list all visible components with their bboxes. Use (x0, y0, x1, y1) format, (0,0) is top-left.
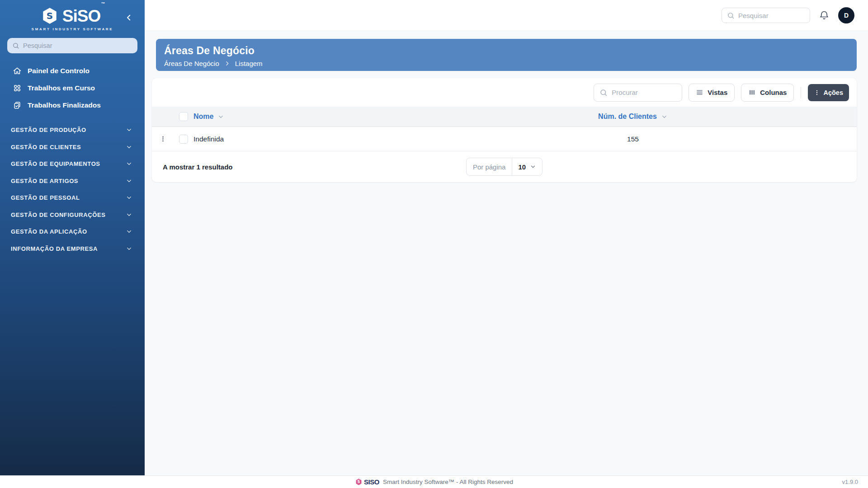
acoes-button[interactable]: Ações (808, 84, 849, 101)
per-page-label: Por página (467, 158, 513, 175)
sidebar-item-painel-de-controlo[interactable]: Painel de Controlo (0, 62, 145, 80)
column-header-nome[interactable]: Nome (193, 113, 409, 121)
column-label: Núm. de Clientes (598, 113, 657, 121)
per-page-value: 10 (518, 163, 526, 171)
sidebar-section-gestao-de-clientes[interactable]: GESTÃO DE CLIENTES (0, 139, 145, 156)
toolbar-divider (801, 87, 801, 99)
chevron-down-icon (530, 164, 536, 170)
acoes-label: Ações (823, 89, 843, 96)
sidebar-section-gestao-de-configuracoes[interactable]: GESTÃO DE CONFIGURAÇÕES (0, 206, 145, 224)
section-label: GESTÃO DE CONFIGURAÇÕES (11, 211, 106, 218)
chevron-down-icon (217, 113, 224, 120)
cell-num-clientes: 155 (627, 135, 639, 143)
kebab-icon (814, 89, 820, 96)
page-content: Áreas De Negócio Áreas De Negócio Listag… (145, 31, 868, 475)
search-icon (12, 42, 19, 49)
avatar-initial: D (844, 12, 849, 19)
pagination-bar: A mostrar 1 resultado Por página 10 (152, 151, 857, 182)
breadcrumb-root[interactable]: Áreas De Negócio (164, 60, 219, 67)
footer-version: v1.9.0 (842, 479, 858, 485)
topbar-search (722, 8, 810, 23)
main-area: D Áreas De Negócio Áreas De Negócio List… (145, 0, 868, 475)
table-search (594, 84, 682, 102)
chevron-down-icon (661, 113, 668, 120)
section-label: INFORMAÇÃO DA EMPRESA (11, 245, 98, 252)
colunas-label: Colunas (760, 89, 787, 96)
section-label: GESTÃO DE CLIENTES (11, 144, 81, 150)
per-page-select[interactable]: 10 (512, 158, 542, 175)
chevron-down-icon (126, 211, 132, 218)
sidebar-search-input[interactable] (23, 42, 132, 49)
section-label: GESTÃO DE PESSOAL (11, 194, 80, 201)
user-avatar[interactable]: D (838, 7, 854, 23)
footer-brand-text: SISO (364, 478, 379, 486)
svg-text:S: S (358, 480, 360, 484)
sidebar-item-trabalhos-finalizados[interactable]: Trabalhos Finalizados (0, 97, 145, 114)
section-label: GESTÃO DA APLICAÇÃO (11, 228, 87, 235)
chevron-down-icon (126, 194, 132, 201)
column-header-num-clientes[interactable]: Núm. de Clientes (598, 113, 668, 121)
colunas-button[interactable]: Colunas (741, 84, 794, 102)
sidebar-nav: Painel de Controlo Trabalhos em Curso Tr… (0, 62, 145, 114)
chevron-left-icon (125, 14, 133, 22)
search-icon (599, 89, 608, 97)
siso-logo-icon: S (40, 6, 59, 25)
sidebar-collapse-button[interactable] (123, 12, 135, 23)
table-row: Indefinida 155 (152, 127, 857, 151)
clipboard-check-icon (13, 101, 22, 110)
section-label: GESTÃO DE EQUIPAMENTOS (11, 160, 100, 167)
breadcrumb: Áreas De Negócio Listagem (164, 60, 857, 67)
sidebar-section-gestao-de-artigos[interactable]: GESTÃO DE ARTIGOS (0, 173, 145, 190)
column-label: Nome (193, 113, 213, 121)
sidebar-section-gestao-da-aplicacao[interactable]: GESTÃO DA APLICAÇÃO (0, 223, 145, 240)
topbar-search-input[interactable] (738, 12, 805, 19)
logo-wordmark: SiSO (62, 7, 100, 25)
chevron-right-icon (224, 61, 230, 66)
row-checkbox[interactable] (179, 135, 188, 144)
chevron-down-icon (126, 144, 132, 150)
table-search-input[interactable] (612, 89, 676, 96)
notifications-button[interactable] (819, 10, 830, 21)
select-all-checkbox[interactable] (179, 112, 188, 121)
sidebar-section-gestao-de-producao[interactable]: GESTÃO DE PRODUÇÃO (0, 122, 145, 139)
page-title: Áreas De Negócio (164, 45, 857, 57)
footer-brand: S SISO (355, 478, 379, 486)
sidebar-search (7, 38, 137, 53)
bell-icon (819, 10, 830, 21)
listing-card: Vistas Colunas Ações (152, 78, 857, 182)
list-lines-icon (696, 89, 703, 96)
page-header-banner: Áreas De Negócio Áreas De Negócio Listag… (156, 39, 857, 71)
row-actions-kebab-icon[interactable] (160, 136, 166, 142)
chevron-down-icon (126, 178, 132, 184)
section-label: GESTÃO DE PRODUÇÃO (11, 127, 86, 133)
sidebar-sections: GESTÃO DE PRODUÇÃO GESTÃO DE CLIENTES GE… (0, 122, 145, 257)
vistas-button[interactable]: Vistas (689, 84, 735, 102)
sidebar-section-gestao-de-pessoal[interactable]: GESTÃO DE PESSOAL (0, 189, 145, 206)
sidebar-item-label: Trabalhos Finalizados (28, 101, 101, 109)
app-window: S SiSO™ SMART INDUSTRY SOFTWARE Painel d… (0, 0, 868, 475)
logo-trademark: ™ (101, 1, 105, 6)
chevron-down-icon (126, 127, 132, 133)
section-label: GESTÃO DE ARTIGOS (11, 178, 78, 184)
table-header-row: Nome Núm. de Clientes (152, 107, 857, 127)
table-toolbar: Vistas Colunas Ações (152, 78, 857, 107)
columns-icon (748, 89, 756, 96)
logo-tagline: SMART INDUSTRY SOFTWARE (32, 27, 113, 31)
footer-copyright: Smart Industry Software™ - All Rights Re… (383, 479, 513, 485)
sidebar-section-informacao-da-empresa[interactable]: INFORMAÇÃO DA EMPRESA (0, 240, 145, 258)
grid-circles-icon (13, 84, 22, 93)
svg-text:S: S (47, 10, 53, 21)
cell-nome: Indefinida (193, 135, 409, 143)
vistas-label: Vistas (708, 89, 727, 96)
home-icon (13, 66, 22, 75)
siso-footer-logo-icon: S (355, 478, 363, 486)
breadcrumb-current: Listagem (235, 60, 263, 67)
search-icon (727, 12, 735, 19)
chevron-down-icon (126, 160, 132, 167)
results-summary: A mostrar 1 resultado (163, 163, 233, 171)
sidebar-section-gestao-de-equipamentos[interactable]: GESTÃO DE EQUIPAMENTOS (0, 155, 145, 173)
sidebar-item-trabalhos-em-curso[interactable]: Trabalhos em Curso (0, 80, 145, 97)
chevron-down-icon (126, 228, 132, 235)
footer: S SISO Smart Industry Software™ - All Ri… (0, 475, 868, 488)
per-page-control: Por página 10 (466, 158, 542, 176)
